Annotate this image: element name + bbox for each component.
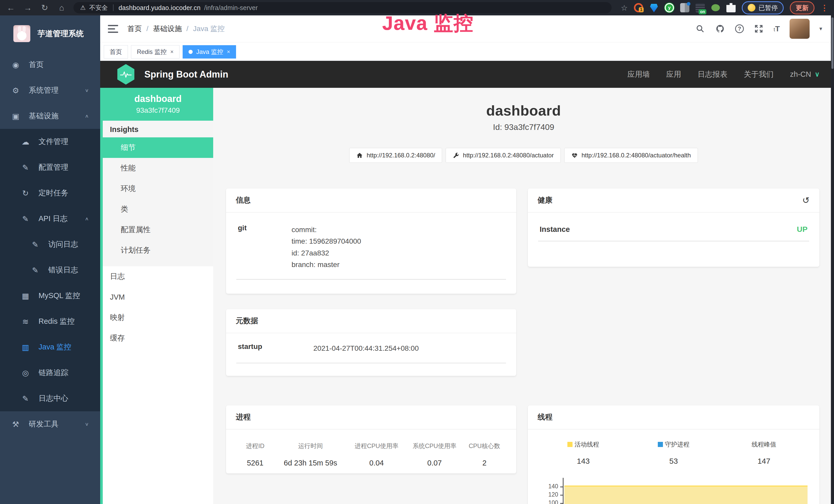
breadcrumb-item-基础设施[interactable]: 基础设施 [153,24,182,33]
sba-nav-link-应用墙[interactable]: 应用墙 [628,69,650,79]
search-icon[interactable] [695,24,705,34]
thread-stat-label: 守护进程 [665,440,690,449]
health-card-title: 健康 [537,195,552,205]
sidebar-item-文件管理[interactable]: ☁文件管理 [0,129,100,155]
close-tab-icon[interactable]: × [170,48,174,55]
edit-icon: ✎ [21,163,30,172]
chevron-down-icon: ∨ [85,421,89,427]
active-tab-dot [189,50,193,54]
process-card-title: 进程 [226,406,516,430]
sidebar-item-系统管理[interactable]: ⚙系统管理∨ [0,77,100,103]
github-icon[interactable] [715,24,725,34]
sidebar-item-API 日志[interactable]: ✎API 日志∧ [0,206,100,232]
sidebar-item-基础设施[interactable]: ▣基础设施∧ [0,103,100,129]
thread-stat-守护进程: 守护进程53 [629,440,719,465]
tab-Java 监控[interactable]: Java 监控× [183,45,236,59]
profile-paused-chip[interactable]: 已暂停 [742,1,784,15]
extension-icon-switch[interactable]: on [696,3,705,12]
sidebar-item-访问日志[interactable]: ✎访问日志 [0,232,100,257]
sidebar-item-Redis 监控[interactable]: ≋Redis 监控 [0,308,100,334]
browser-home-icon[interactable]: ⌂ [57,4,67,12]
instance-url-label: http://192.168.0.2:48080/actuator [463,152,554,159]
sidebar-item-MySQL 监控[interactable]: ▦MySQL 监控 [0,283,100,308]
sba-nav-link-关于我们[interactable]: 关于我们 [744,69,774,79]
browser-menu-icon[interactable]: ⋮ [821,3,828,12]
sidebar-item-链路追踪[interactable]: ◎链路追踪 [0,360,100,386]
thread-stat-value: 53 [629,457,719,465]
sba-instance-id: 93a3fc7f7409 [105,106,211,115]
app-logo-row[interactable]: 芋道管理系统 [0,16,100,52]
sba-item-缓存[interactable]: 缓存 [103,328,213,348]
hamburger-icon[interactable] [108,25,118,33]
sba-item-性能[interactable]: 性能 [103,158,213,179]
bookmark-star-icon[interactable]: ☆ [621,3,628,12]
text-size-icon[interactable]: tT [774,24,780,33]
browser-back-icon[interactable]: ← [6,4,16,12]
fullscreen-icon[interactable] [753,24,764,34]
monitor-icon: ▥ [21,343,30,352]
breadcrumb-item-首页[interactable]: 首页 [127,24,142,33]
extension-icon-y[interactable]: y [665,3,674,12]
instance-url-label: http://192.168.0.2:48080/actuator/health [581,152,691,159]
sba-language-select[interactable]: zh-CN∨ [790,70,820,78]
sidebar-item-label: Java 监控 [39,342,71,352]
extensions-puzzle-icon[interactable] [726,3,736,12]
sidebar-item-错误日志[interactable]: ✎错误日志 [0,257,100,283]
close-tab-icon[interactable]: × [227,48,230,55]
sidebar-item-配置管理[interactable]: ✎配置管理 [0,155,100,180]
sba-item-类[interactable]: 类 [103,199,213,220]
user-avatar[interactable] [790,19,810,39]
tab-首页[interactable]: 首页 [104,45,128,59]
sba-item-映射[interactable]: 映射 [103,307,213,328]
info-row-label: git [236,224,291,270]
sidebar-item-研发工具[interactable]: ⚒研发工具∨ [0,411,100,437]
address-bar[interactable]: ⚠ 不安全 dashboard.yudao.iocoder.cn/infra/a… [73,2,612,13]
sba-item-日志[interactable]: 日志 [103,266,213,287]
spring-boot-admin-logo[interactable] [117,64,135,85]
instance-url-button[interactable]: http://192.168.0.2:48080/ [349,148,442,163]
health-row-label[interactable]: Instance [540,225,570,234]
sba-instance-header[interactable]: dashboard 93a3fc7f7409 [103,88,213,121]
sba-nav-link-应用[interactable]: 应用 [666,69,681,79]
extension-icon-pin[interactable] [649,3,659,12]
sidebar-item-label: 文件管理 [39,137,68,147]
tab-Redis 监控[interactable]: Redis 监控× [131,45,179,59]
sba-item-配置属性[interactable]: 配置属性 [103,220,213,240]
extension-icon-orange[interactable]: 1 [634,3,643,12]
extension-icon-grid[interactable] [680,3,689,12]
health-history-icon[interactable]: ↺ [803,195,810,205]
sidebar-item-定时任务[interactable]: ↻定时任务 [0,180,100,206]
sba-item-JVM[interactable]: JVM [103,287,213,307]
sba-nav-link-日志报表[interactable]: 日志报表 [698,69,727,79]
sidebar-item-日志中心[interactable]: ✎日志中心 [0,386,100,411]
process-table: 进程ID5261运行时间6d 23h 15m 59s进程CPU使用率0.04系统… [236,440,506,467]
thread-stat-value: 147 [719,457,809,465]
help-icon[interactable]: ? [735,24,744,33]
scrollbar-thumb[interactable] [831,18,833,69]
sidebar-item-label: 基础设施 [29,111,59,121]
sidebar-item-Java 监控[interactable]: ▥Java 监控 [0,334,100,360]
instance-url-label: http://192.168.0.2:48080/ [367,152,435,159]
thread-stat-value: 143 [538,457,629,465]
sidebar-item-label: 首页 [29,60,44,70]
sidebar-item-首页[interactable]: ◉首页 [0,52,100,77]
sba-brand-title[interactable]: Spring Boot Admin [144,69,228,80]
sba-item-环境[interactable]: 环境 [103,179,213,199]
sba-item-计划任务[interactable]: 计划任务 [103,240,213,260]
instance-url-button[interactable]: http://192.168.0.2:48080/actuator [446,148,561,163]
breadcrumb-separator: / [147,25,149,33]
redis-icon: ≋ [21,317,30,326]
process-column-系统CPU使用率: 系统CPU使用率0.07 [407,442,463,467]
sba-item-细节[interactable]: 细节 [103,137,213,158]
browser-forward-icon[interactable]: → [23,4,33,12]
extension-icon-leaf[interactable] [711,3,720,12]
app-logo [13,25,30,42]
browser-reload-icon[interactable]: ↻ [40,4,50,12]
sidebar-item-label: 配置管理 [39,162,68,173]
breadcrumb-item-Java 监控[interactable]: Java 监控 [193,24,225,33]
instance-url-button[interactable]: http://192.168.0.2:48080/actuator/health [564,148,698,163]
paused-label: 已暂停 [759,4,778,12]
window-scrollbar[interactable] [831,16,834,504]
user-menu-caret-icon[interactable]: ▾ [819,25,822,32]
chrome-update-button[interactable]: 更新 [790,1,814,15]
